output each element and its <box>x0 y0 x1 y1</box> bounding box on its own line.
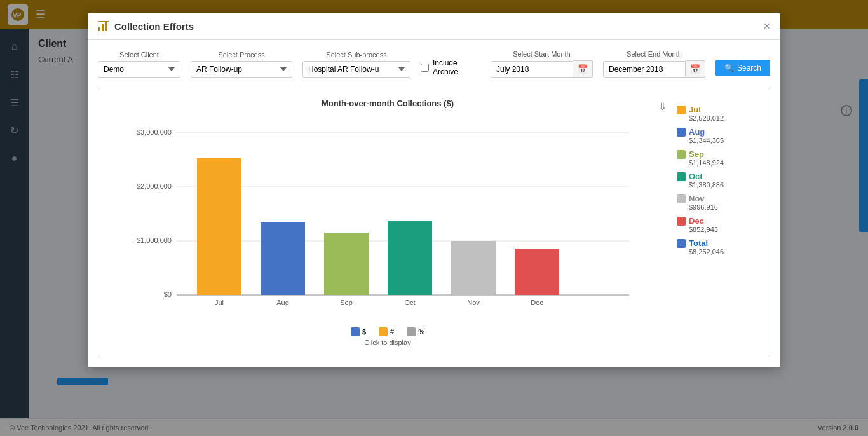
legend-oct-label: Oct <box>689 172 703 181</box>
end-month-calendar-btn[interactable]: 📅 <box>686 60 705 78</box>
legend-aug-name: Aug <box>677 127 759 137</box>
chart-main: Month-over-month Collections ($) ⇓ $3,00… <box>109 99 667 346</box>
legend-sep-name: Sep <box>677 149 759 159</box>
svg-text:$2,000,000: $2,000,000 <box>137 182 172 190</box>
client-select[interactable]: Demo <box>98 61 180 78</box>
bar-dec <box>515 249 559 295</box>
archive-label[interactable]: Include Archive <box>433 58 470 76</box>
client-label: Select Client <box>98 51 180 58</box>
legend-dec-value: $852,943 <box>689 226 759 233</box>
legend-item-dollar[interactable]: $ <box>351 327 366 336</box>
legend-oct-name: Oct <box>677 172 759 181</box>
legend-sep-label: Sep <box>689 149 704 159</box>
click-to-display[interactable]: Click to display <box>109 339 667 346</box>
legend-dec-dot <box>677 217 686 226</box>
bar-aug <box>261 222 305 295</box>
legend-color-percent <box>407 327 416 336</box>
modal-title: Collection Efforts <box>98 20 194 32</box>
search-button[interactable]: 🔍 Search <box>715 60 770 76</box>
legend-nov-name: Nov <box>677 194 759 203</box>
chart-right-legend: Jul $2,528,012 Aug $1,344,365 <box>677 99 759 346</box>
legend-nov: Nov $996,916 <box>677 194 759 211</box>
modal-dialog: Collection Efforts × Select Client Demo … <box>88 13 780 367</box>
legend-jul-dot <box>677 106 686 114</box>
svg-text:$0: $0 <box>164 290 172 298</box>
subprocess-filter-group: Select Sub-process Hospital AR Follow-u <box>302 51 410 78</box>
start-month-input-group: 📅 <box>491 60 593 78</box>
legend-sep-dot <box>677 150 686 159</box>
legend-oct: Oct $1,380,886 <box>677 172 759 189</box>
legend-jul-name: Jul <box>677 105 759 114</box>
legend-dec-name: Dec <box>677 216 759 226</box>
search-icon: 🔍 <box>724 64 734 72</box>
svg-text:Nov: Nov <box>467 299 480 306</box>
legend-label-dollar: $ <box>362 328 366 336</box>
legend-total: Total $8,252,046 <box>677 238 759 255</box>
svg-text:$1,000,000: $1,000,000 <box>137 236 172 244</box>
legend-aug-label: Aug <box>689 127 705 137</box>
modal-overlay: Collection Efforts × Select Client Demo … <box>0 0 868 436</box>
legend-aug-value: $1,344,365 <box>689 137 759 144</box>
start-month-label: Select Start Month <box>491 50 593 58</box>
bar-jul <box>197 158 241 295</box>
legend-dec-label: Dec <box>689 216 704 226</box>
archive-group: Include Archive <box>421 58 470 76</box>
svg-rect-2 <box>98 27 100 31</box>
svg-text:Dec: Dec <box>531 299 543 306</box>
modal-title-text: Collection Efforts <box>114 21 194 32</box>
bar-chart-svg: $3,000,000 $2,000,000 $1,000,000 $0 <box>109 116 667 319</box>
start-month-input[interactable] <box>491 61 573 78</box>
legend-label-hash: # <box>390 328 394 336</box>
chart-container: Month-over-month Collections ($) ⇓ $3,00… <box>98 88 770 357</box>
svg-rect-5 <box>98 21 109 22</box>
legend-aug: Aug $1,344,365 <box>677 127 759 144</box>
legend-nov-dot <box>677 194 686 203</box>
download-icon[interactable]: ⇓ <box>658 100 667 112</box>
chart-legend-row: $ # % <box>109 327 667 336</box>
subprocess-label: Select Sub-process <box>302 51 410 58</box>
client-filter-group: Select Client Demo <box>98 51 180 78</box>
process-select[interactable]: AR Follow-up <box>191 61 292 78</box>
legend-nov-value: $996,916 <box>689 203 759 211</box>
archive-checkbox[interactable] <box>421 64 429 72</box>
legend-jul-value: $2,528,012 <box>689 114 759 122</box>
legend-jul: Jul $2,528,012 <box>677 105 759 122</box>
legend-oct-value: $1,380,886 <box>689 181 759 189</box>
legend-color-hash <box>379 327 388 336</box>
filter-row: Select Client Demo Select Process AR Fol… <box>98 50 770 78</box>
svg-text:Sep: Sep <box>340 299 353 306</box>
legend-dec: Dec $852,943 <box>677 216 759 233</box>
chart-title: Month-over-month Collections ($) <box>109 99 667 108</box>
start-month-group: Select Start Month 📅 <box>491 50 593 78</box>
legend-item-percent[interactable]: % <box>407 327 424 336</box>
legend-label-percent: % <box>418 328 424 336</box>
svg-text:Aug: Aug <box>276 299 289 306</box>
svg-rect-4 <box>105 22 107 31</box>
bar-sep <box>324 233 369 295</box>
end-month-group: Select End Month 📅 <box>603 50 705 78</box>
search-button-label: Search <box>737 64 761 72</box>
end-month-input[interactable] <box>603 61 686 78</box>
legend-total-label: Total <box>689 238 708 248</box>
legend-nov-label: Nov <box>689 194 705 203</box>
subprocess-select[interactable]: Hospital AR Follow-u <box>302 61 410 78</box>
end-month-label: Select End Month <box>603 50 705 58</box>
modal-header: Collection Efforts × <box>88 13 780 40</box>
legend-oct-dot <box>677 172 686 181</box>
modal-body: Select Client Demo Select Process AR Fol… <box>88 40 780 367</box>
svg-text:Oct: Oct <box>404 299 415 306</box>
legend-color-dollar <box>351 327 360 336</box>
modal-close-button[interactable]: × <box>763 20 770 32</box>
legend-item-hash[interactable]: # <box>379 327 394 336</box>
svg-rect-3 <box>102 24 104 31</box>
svg-text:$3,000,000: $3,000,000 <box>137 128 172 136</box>
process-label: Select Process <box>191 51 292 58</box>
legend-total-dot <box>677 239 686 248</box>
legend-total-name: Total <box>677 238 759 248</box>
start-month-calendar-btn[interactable]: 📅 <box>573 60 593 78</box>
legend-aug-dot <box>677 128 686 137</box>
bar-oct <box>388 221 432 295</box>
end-month-input-group: 📅 <box>603 60 705 78</box>
bar-nov <box>451 241 496 295</box>
process-filter-group: Select Process AR Follow-up <box>191 51 292 78</box>
